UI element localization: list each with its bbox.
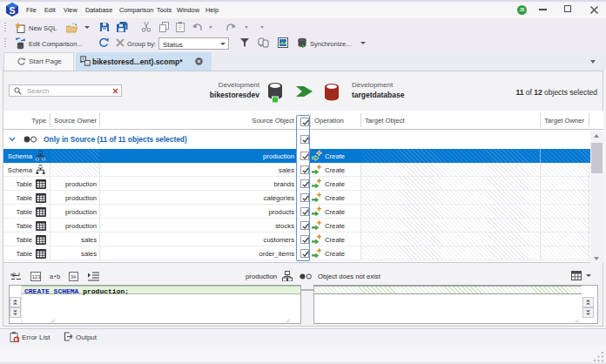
svg-text:a: a	[50, 273, 54, 280]
svg-text:34: 34	[71, 274, 76, 280]
svg-text:123: 123	[32, 274, 42, 280]
svg-text:S: S	[9, 5, 15, 16]
svg-text:b: b	[57, 273, 60, 280]
